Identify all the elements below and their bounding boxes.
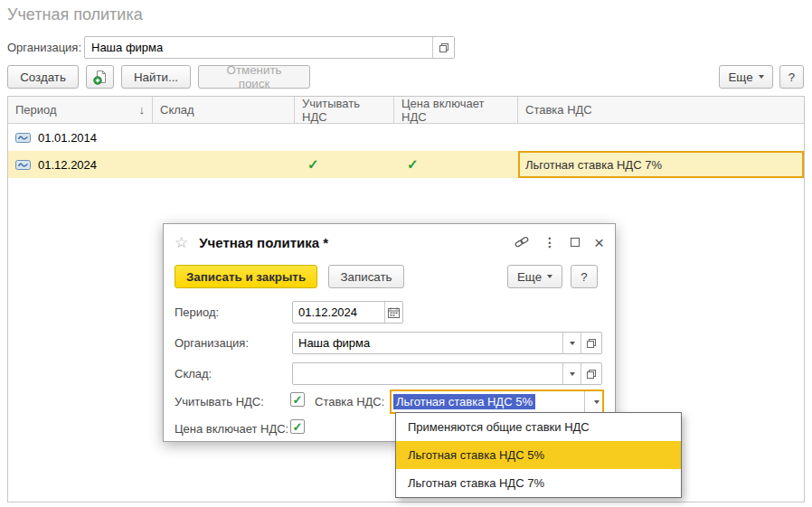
period-value: 01.12.2024 [38,158,97,172]
close-icon[interactable]: × [594,234,604,251]
cancel-search-button[interactable]: Отменить поиск [198,65,310,89]
new-document-icon [93,70,108,85]
record-icon [15,133,31,143]
chevron-down-icon [759,75,764,79]
create-button[interactable]: Создать [7,65,79,89]
table-row[interactable]: 01.01.2014 [8,124,804,151]
column-header-label: Цена включает НДС [401,97,510,124]
column-header-label: Учитывать НДС [302,97,386,124]
record-icon [15,160,31,170]
more-button-label: Еще [517,270,542,284]
favorite-star-icon[interactable]: ☆ [175,233,188,252]
sklad-input[interactable] [292,362,602,385]
period-input[interactable]: 01.12.2024 [292,301,403,324]
column-header-label: Период [15,103,57,117]
uchet-nds-check: ✓ [302,156,319,173]
stavka-nds-combo[interactable]: Льготная ставка НДС 5% [390,390,604,414]
org-field-label: Организация: [175,336,249,350]
cena-nds-check: ✓ [401,156,419,173]
stavka-nds-combo-value: Льготная ставка НДС 5% [393,394,535,409]
column-header-uchet-nds[interactable]: Учитывать НДС [295,97,394,123]
stavka-nds-field-label: Ставка НДС: [315,395,384,408]
sklad-field-label: Склад: [175,367,212,380]
column-header-stavka-nds[interactable]: Ставка НДС [518,97,804,123]
find-button[interactable]: Найти... [121,65,191,89]
dialog-help-button[interactable]: ? [571,265,598,288]
period-field-label: Период: [175,305,219,319]
organization-filter-value: Наша фирма [85,41,432,54]
org-input-value: Наша фирма [293,336,562,350]
edit-dialog: ☆ Учетная политика * ⋮ × Записать и закр… [163,223,616,442]
dropdown-button[interactable] [584,391,602,412]
column-header-sklad[interactable]: Склад [153,97,295,123]
cena-nds-field-label: Цена включает НДС: [175,422,288,436]
chevron-down-icon [570,342,575,345]
save-and-close-button[interactable]: Записать и закрыть [175,265,317,288]
more-button-label: Еще [728,70,752,84]
chevron-down-icon [594,400,600,404]
stavka-nds-value: Льготная ставка НДС 7% [525,158,662,172]
table-row[interactable]: 01.12.2024 ✓ ✓ Льготная ставка НДС 7% [8,151,804,178]
dialog-header: ☆ Учетная политика * ⋮ × [164,224,615,260]
create-by-copy-button[interactable] [86,65,114,89]
chevron-down-icon [547,275,552,278]
table-header-row: Период ↓ Склад Учитывать НДС Цена включа… [8,97,804,124]
dropdown-item[interactable]: Льготная ставка НДС 7% [396,469,681,497]
help-button[interactable]: ? [779,65,804,89]
organization-filter-label: Организация: [7,41,81,54]
calendar-button[interactable] [384,302,402,323]
column-header-cena-nds[interactable]: Цена включает НДС [394,97,518,123]
dropdown-button[interactable] [562,363,581,384]
choose-button[interactable] [581,333,601,353]
maximize-icon[interactable] [571,238,580,247]
dropdown-button[interactable] [562,333,581,353]
save-button[interactable]: Записать [328,265,404,288]
active-cell-stavka-nds[interactable]: Льготная ставка НДС 7% [518,151,804,178]
dialog-title: Учетная политика * [199,235,328,250]
dropdown-item-selected[interactable]: Льготная ставка НДС 5% [396,441,681,469]
column-header-label: Ставка НДС [525,103,592,117]
choose-icon [439,42,449,53]
org-input[interactable]: Наша фирма [292,332,602,354]
chevron-down-icon [570,372,575,376]
column-header-label: Склад [160,103,194,117]
choose-button[interactable] [581,363,601,384]
period-input-value: 01.12.2024 [293,305,384,319]
dialog-more-button[interactable]: Еще [507,265,562,288]
stavka-nds-dropdown-list: Применяются общие ставки НДС Льготная ст… [395,412,682,498]
link-icon[interactable] [515,236,529,249]
organization-filter-input[interactable]: Наша фирма [84,36,455,59]
period-value: 01.01.2014 [38,131,97,145]
choose-icon [586,369,597,380]
column-header-period[interactable]: Период ↓ [8,97,153,123]
page-title: Учетная политика [7,5,143,24]
more-button[interactable]: Еще [719,65,773,89]
cena-nds-checkbox[interactable]: ✓ [290,419,305,434]
uchet-nds-field-label: Учитывать НДС: [175,395,264,408]
more-menu-icon[interactable]: ⋮ [543,235,556,249]
calendar-icon [388,307,400,318]
sort-desc-icon: ↓ [139,103,146,117]
choose-button[interactable] [432,37,454,58]
dropdown-item[interactable]: Применяются общие ставки НДС [396,413,681,441]
choose-icon [586,338,597,349]
uchet-nds-checkbox[interactable]: ✓ [290,392,305,407]
